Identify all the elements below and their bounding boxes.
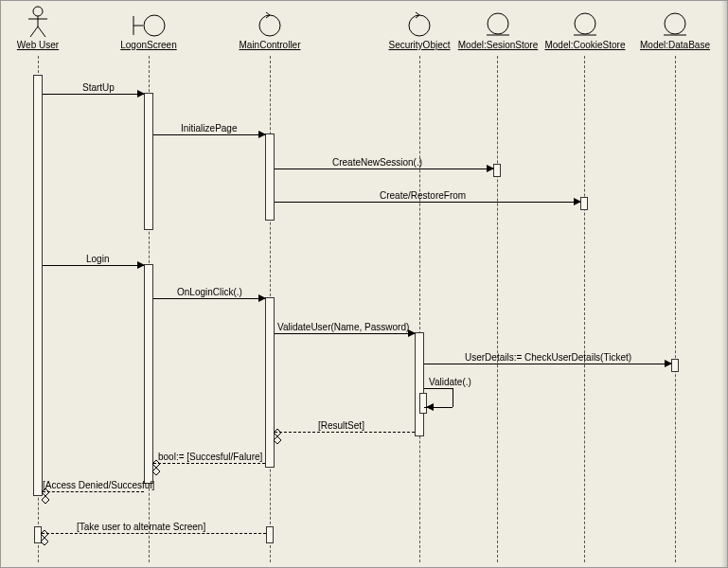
arrow-startup bbox=[43, 94, 144, 95]
svg-line-3 bbox=[30, 27, 38, 37]
arrow-on-login-click bbox=[153, 298, 265, 299]
arrow-create-new-session bbox=[275, 169, 493, 169]
entity-icon bbox=[455, 6, 541, 38]
participant-security-object: SecurityObject bbox=[387, 6, 452, 50]
svg-point-12 bbox=[575, 13, 595, 34]
svg-point-7 bbox=[144, 15, 165, 36]
participant-label: Model:DataBase bbox=[640, 40, 710, 50]
arrow-user-details bbox=[424, 364, 671, 364]
activation-database bbox=[671, 359, 679, 372]
label-startup: StartUp bbox=[82, 82, 115, 93]
svg-point-14 bbox=[665, 13, 685, 34]
activation-logon-screen-2 bbox=[144, 264, 153, 484]
label-access-denied: [Access Denied/Succesful] bbox=[43, 480, 154, 490]
svg-line-4 bbox=[38, 27, 45, 37]
arrow-bool-success-failure bbox=[153, 463, 265, 464]
lifeline-session-store bbox=[497, 56, 498, 562]
arrow-login bbox=[43, 265, 144, 266]
participant-database: Model:DataBase bbox=[635, 6, 715, 50]
svg-point-10 bbox=[488, 13, 508, 34]
label-take-user-alternate: [Take user to alternate Screen] bbox=[77, 522, 205, 532]
activation-security-object bbox=[415, 332, 424, 436]
participant-label: LogonScreen bbox=[120, 40, 177, 50]
participant-logon-screen: LogonScreen bbox=[115, 6, 183, 50]
participant-label: Web User bbox=[17, 40, 59, 50]
participant-cookie-store: Model:CookieStore bbox=[542, 6, 628, 50]
lifeline-security-object bbox=[419, 56, 420, 562]
activation-main-controller-1 bbox=[265, 133, 275, 221]
arrow-create-restore-from bbox=[275, 202, 580, 203]
participant-label: Model:CookieStore bbox=[544, 40, 625, 50]
participant-web-user: Web User bbox=[10, 6, 65, 50]
arrow-result-set bbox=[275, 432, 415, 433]
activation-logon-screen-1 bbox=[144, 93, 153, 230]
activation-web-user bbox=[33, 75, 43, 496]
boundary-icon bbox=[115, 6, 183, 38]
arrow-validate-self bbox=[424, 388, 453, 407]
actor-icon bbox=[10, 6, 65, 38]
activation-session-store bbox=[493, 164, 501, 177]
label-initialize-page: InitializePage bbox=[181, 123, 237, 133]
label-user-details: UserDetails:= CheckUserDetails(Ticket) bbox=[465, 352, 631, 363]
label-validate-self: Validate(.) bbox=[429, 377, 471, 387]
control-icon bbox=[387, 6, 452, 38]
svg-point-8 bbox=[259, 15, 280, 36]
activation-main-controller-3 bbox=[266, 526, 274, 543]
label-result-set: [ResultSet] bbox=[318, 420, 364, 431]
lifeline-cookie-store bbox=[584, 56, 585, 562]
sequence-diagram: { "participants": { "webUser": { "label"… bbox=[0, 0, 728, 568]
label-bool-success-failure: bool:= [Succesful/Falure] bbox=[158, 452, 262, 462]
label-login: Login bbox=[86, 254, 109, 264]
lifeline-database bbox=[675, 56, 676, 562]
participant-label: MainController bbox=[239, 40, 300, 50]
svg-point-0 bbox=[33, 7, 43, 16]
label-create-new-session: CreateNewSession(.) bbox=[332, 157, 422, 168]
activation-cookie-store bbox=[580, 197, 588, 210]
participant-session-store: Model:SesionStore bbox=[455, 6, 541, 50]
participant-main-controller: MainController bbox=[238, 6, 302, 50]
label-validate-user: ValidateUser(Name, Password) bbox=[277, 322, 409, 332]
arrow-validate-user bbox=[275, 333, 415, 334]
arrow-access-denied bbox=[43, 491, 144, 492]
svg-point-9 bbox=[409, 15, 430, 36]
label-create-restore-from: Create/RestoreFrom bbox=[380, 190, 466, 201]
arrow-initialize-page bbox=[153, 134, 265, 135]
arrow-take-user-alternate bbox=[42, 533, 266, 534]
control-icon bbox=[238, 6, 302, 38]
participant-label: Model:SesionStore bbox=[458, 40, 539, 50]
entity-icon bbox=[635, 6, 715, 38]
participant-label: SecurityObject bbox=[388, 40, 450, 50]
label-on-login-click: OnLoginClick(.) bbox=[177, 287, 242, 297]
entity-icon bbox=[542, 6, 628, 38]
